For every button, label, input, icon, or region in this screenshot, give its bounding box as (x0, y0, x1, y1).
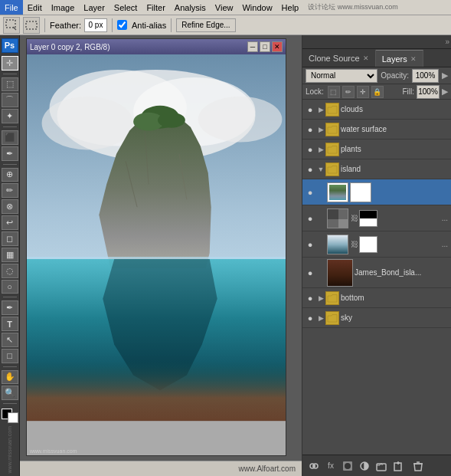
layer-eye-bottom[interactable]: ● (304, 292, 316, 304)
layer-more-1[interactable]: ... (440, 214, 449, 222)
blur-tool[interactable]: ◌ (2, 264, 18, 278)
new-group-btn[interactable] (374, 459, 388, 473)
layer-clouds[interactable]: ● ▶ clouds (302, 100, 451, 120)
eyedropper-tool[interactable]: ✒ (2, 146, 18, 161)
layer-eye-island-thumb[interactable]: ● (304, 186, 316, 199)
lock-transparent-btn[interactable]: ⬚ (328, 86, 340, 98)
doc-maximize-button[interactable]: □ (260, 41, 270, 52)
tab-clone-source[interactable]: Clone Source ✕ (302, 50, 376, 67)
link-layers-btn[interactable] (307, 459, 321, 473)
history-brush-tool[interactable]: ↩ (2, 215, 18, 230)
layer-mask-2[interactable]: ● ⛓ ... (302, 231, 451, 258)
menu-window[interactable]: Window (237, 0, 276, 15)
select-tool-icon[interactable] (3, 17, 20, 34)
menu-view[interactable]: View (211, 0, 238, 15)
layer-eye-mask-2[interactable]: ● (304, 238, 316, 251)
eraser-tool[interactable]: ◻ (2, 231, 18, 246)
layer-sky[interactable]: ● ▶ sky (302, 308, 451, 328)
layer-name-sky: sky (341, 314, 449, 322)
layer-bottom[interactable]: ● ▶ bottom (302, 288, 451, 308)
tab-layers[interactable]: Layers ✕ (376, 50, 423, 67)
menu-help[interactable]: Help (277, 0, 304, 15)
layer-mask-thumb-1 (359, 210, 377, 227)
marquee-tool-icon[interactable] (23, 17, 40, 34)
delete-layer-btn[interactable] (411, 459, 425, 473)
new-layer-btn[interactable] (391, 459, 405, 473)
opacity-arrow[interactable]: ▶ (442, 71, 448, 80)
path-select-tool[interactable]: ↖ (2, 333, 18, 347)
layer-island[interactable]: ● ▼ island (302, 159, 451, 179)
clone-tool[interactable]: ⊗ (2, 199, 18, 214)
tool-separator-3 (3, 164, 17, 165)
crop-tool[interactable]: ⬛ (2, 130, 18, 145)
lock-position-btn[interactable]: ✛ (357, 86, 369, 98)
layer-mask-1[interactable]: ● ⛓ ... (302, 205, 451, 231)
brush-tool[interactable]: ✏ (2, 183, 18, 198)
lock-all-btn[interactable]: 🔒 (371, 86, 384, 98)
layers-tab-close[interactable]: ✕ (410, 55, 417, 63)
magic-wand-tool[interactable]: ✦ (2, 109, 18, 123)
layer-eye-clouds[interactable]: ● (304, 103, 316, 116)
layer-expand-water-surface[interactable]: ▶ (316, 123, 325, 136)
layers-list[interactable]: ● ▶ clouds ● ▶ water surface (302, 100, 451, 455)
text-tool[interactable]: T (2, 317, 18, 331)
layer-plants[interactable]: ● ▶ plants (302, 140, 451, 159)
layer-expand-bottom[interactable]: ▶ (316, 292, 325, 304)
lock-image-btn[interactable]: ✏ (342, 86, 355, 98)
blend-mode-select[interactable]: Normal Multiply Screen Overlay (306, 69, 377, 83)
menu-filter[interactable]: Filter (142, 0, 169, 15)
gradient-tool[interactable]: ▦ (2, 248, 18, 262)
layer-island-thumb[interactable]: ● (302, 179, 451, 205)
layer-more-2[interactable]: ... (440, 240, 449, 248)
tool-separator-2 (3, 126, 17, 127)
adjustment-layer-btn[interactable] (358, 459, 371, 473)
menu-select[interactable]: Select (109, 0, 142, 15)
layer-eye-mask-1[interactable]: ● (304, 212, 316, 225)
opacity-input[interactable] (412, 69, 439, 83)
fill-arrow[interactable]: ▶ (442, 87, 448, 97)
layer-eye-plants[interactable]: ● (304, 143, 316, 156)
color-swatches[interactable] (2, 409, 18, 423)
shape-tool[interactable]: □ (2, 349, 18, 363)
feather-input[interactable] (84, 18, 107, 32)
document-window: Layer 0 copy 2, RGB/8) ─ □ ✕ (26, 38, 286, 456)
pen-tool[interactable]: ✒ (2, 300, 18, 315)
hand-tool[interactable]: ✋ (2, 370, 18, 385)
menu-edit[interactable]: Edit (23, 0, 47, 15)
heal-tool[interactable]: ⊕ (2, 168, 18, 182)
layer-eye-island[interactable]: ● (304, 163, 316, 176)
refine-edge-button[interactable]: Refine Edge... (176, 18, 235, 32)
tool-panel-watermark: www.missvuan.com (7, 425, 12, 473)
menu-analysis[interactable]: Analysis (170, 0, 211, 15)
layer-water-surface[interactable]: ● ▶ water surface (302, 120, 451, 140)
layer-styles-btn[interactable]: fx (324, 459, 338, 473)
layer-thumb-james-bond (327, 259, 353, 287)
dodge-tool[interactable]: ○ (2, 280, 18, 294)
layer-expand-island[interactable]: ▼ (316, 163, 325, 176)
tool-separator-6 (3, 403, 17, 404)
layer-name-plants: plants (341, 145, 449, 153)
layer-eye-water-surface[interactable]: ● (304, 123, 316, 136)
layer-expand-plants[interactable]: ▶ (316, 143, 325, 156)
marquee-tool[interactable]: ⬚ (2, 77, 18, 92)
layer-expand-sky[interactable]: ▶ (316, 312, 325, 324)
panel-collapse-btn[interactable]: » (445, 38, 449, 46)
doc-minimize-button[interactable]: ─ (247, 41, 258, 52)
zoom-tool[interactable]: 🔍 (2, 386, 18, 400)
clone-source-tab-close[interactable]: ✕ (363, 54, 369, 62)
layer-mask-thumb-2 (359, 236, 377, 253)
layer-eye-james-bond[interactable]: ● (304, 267, 316, 279)
layer-expand-clouds[interactable]: ▶ (316, 103, 325, 116)
svg-point-8 (198, 97, 283, 143)
lasso-tool[interactable]: ⌒ (2, 93, 18, 107)
layer-eye-sky[interactable]: ● (304, 312, 316, 324)
layer-mask-btn[interactable] (341, 459, 355, 473)
antialias-checkbox[interactable] (117, 20, 127, 30)
move-tool[interactable]: ✛ (2, 56, 18, 71)
menu-layer[interactable]: Layer (79, 0, 109, 15)
doc-close-button[interactable]: ✕ (272, 41, 283, 52)
layer-james-bond[interactable]: ● James_Bond_isla... (302, 258, 451, 288)
menu-file[interactable]: File (0, 0, 23, 15)
fill-input[interactable] (417, 85, 440, 99)
menu-image[interactable]: Image (47, 0, 80, 15)
